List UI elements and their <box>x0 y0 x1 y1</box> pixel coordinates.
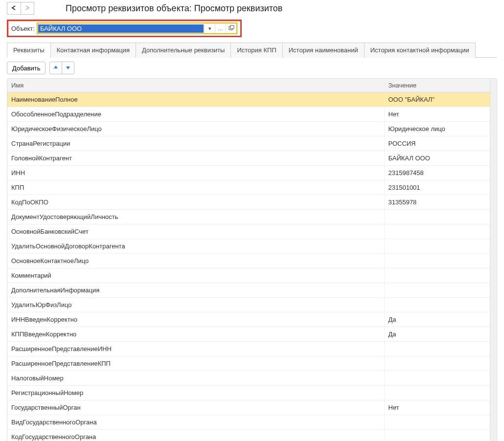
cell-name: КПП <box>7 180 384 195</box>
cell-value: Нет <box>384 400 490 415</box>
page-title: Просмотр реквизитов объекта: Просмотр ре… <box>66 3 282 14</box>
chevron-down-icon: ▾ <box>208 25 211 32</box>
add-button[interactable]: Добавить <box>7 62 46 74</box>
cell-value <box>384 386 490 400</box>
table-row[interactable]: КодПоОКПО31355978 <box>7 195 490 210</box>
cell-name: НалоговыйНомер <box>7 371 384 386</box>
table-row[interactable]: ВидГосударственногоОргана <box>7 415 490 430</box>
cell-value: РОССИЯ <box>384 136 490 151</box>
cell-name: ИНН <box>7 166 384 180</box>
arrow-down-icon <box>65 65 71 72</box>
ellipsis-icon: … <box>218 25 223 31</box>
tab-2[interactable]: Дополнительные реквизиты <box>136 43 231 58</box>
tab-4[interactable]: История наименований <box>282 43 365 58</box>
table-header-row: Имя Значение <box>7 79 490 92</box>
tab-1[interactable]: Контактная информация <box>50 43 136 58</box>
table-row[interactable]: ГосударственныйОрганНет <box>7 400 490 415</box>
top-nav: Просмотр реквизитов объекта: Просмотр ре… <box>0 2 504 18</box>
col-name[interactable]: Имя <box>7 79 384 92</box>
cell-name: ОсновнойБанковскийСчет <box>7 224 384 239</box>
cell-value: Нет <box>384 107 490 122</box>
table-row[interactable]: РегистрационныйНомер <box>7 386 490 400</box>
cell-value <box>384 239 490 254</box>
table-row[interactable]: СтранаРегистрацииРОССИЯ <box>7 136 490 151</box>
table-row[interactable]: РасширенноеПредставлениеКПП <box>7 356 490 371</box>
tab-5[interactable]: История контактной информации <box>364 43 476 58</box>
cell-value: 231501001 <box>384 180 490 195</box>
table-row[interactable]: ИНН2315987458 <box>7 166 490 180</box>
table-row[interactable]: КодГосударственногоОргана <box>7 430 490 441</box>
tab-0[interactable]: Реквизиты <box>7 43 51 58</box>
table-row[interactable]: ОсновноеКонтактноеЛицо <box>7 254 490 268</box>
object-field[interactable]: БАЙКАЛ ООО ▾ … <box>37 22 237 34</box>
table-row[interactable]: УдалитьЮрФизЛицо <box>7 298 490 312</box>
cell-value <box>384 415 490 430</box>
cell-value <box>384 356 490 371</box>
table-row[interactable]: УдалитьОсновнойДоговорКонтрагента <box>7 239 490 254</box>
cell-value: Да <box>384 312 490 327</box>
table-row[interactable]: НаименованиеПолноеООО "БАЙКАЛ" <box>7 92 490 107</box>
cell-value: Юридическое лицо <box>384 122 490 136</box>
cell-name: КППВведенКорректно <box>7 327 384 342</box>
table-row[interactable]: ДокументУдостоверяющийЛичность <box>7 210 490 224</box>
cell-value <box>384 298 490 312</box>
requisites-table: Имя Значение НаименованиеПолноеООО "БАЙК… <box>7 78 497 441</box>
move-up-button[interactable] <box>49 62 62 74</box>
cell-value <box>384 210 490 224</box>
cell-value <box>384 254 490 268</box>
cell-value: БАЙКАЛ ООО <box>384 151 490 166</box>
toolbar: Добавить <box>7 62 497 74</box>
cell-name: ВидГосударственногоОргана <box>7 415 384 430</box>
cell-name: ОсновноеКонтактноеЛицо <box>7 254 384 268</box>
arrow-up-icon <box>53 65 59 72</box>
cell-name: ОбособленноеПодразделение <box>7 107 384 122</box>
col-value[interactable]: Значение <box>384 79 490 92</box>
svg-rect-1 <box>230 25 234 29</box>
cell-value: 2315987458 <box>384 166 490 180</box>
table-row[interactable]: КППВведенКорректноДа <box>7 327 490 342</box>
cell-name: УдалитьОсновнойДоговорКонтрагента <box>7 239 384 254</box>
dropdown-button[interactable]: ▾ <box>204 23 215 33</box>
cell-name: ГоловнойКонтрагент <box>7 151 384 166</box>
table-row[interactable]: ЮридическоеФизическоеЛицоЮридическое лиц… <box>7 122 490 136</box>
nav-back-button[interactable] <box>7 2 21 15</box>
scrollbar[interactable] <box>490 79 497 441</box>
cell-name: НаименованиеПолное <box>7 92 384 107</box>
table-row[interactable]: Комментарий <box>7 268 490 283</box>
table-row[interactable]: РасширенноеПредставлениеИНН <box>7 342 490 356</box>
cell-name: Комментарий <box>7 268 384 283</box>
table-row[interactable]: ОбособленноеПодразделениеНет <box>7 107 490 122</box>
table-row[interactable]: ИННВведенКорректноДа <box>7 312 490 327</box>
cell-value <box>384 342 490 356</box>
nav-forward-button[interactable] <box>21 2 34 15</box>
arrow-left-icon <box>11 5 18 12</box>
move-down-button[interactable] <box>62 62 74 74</box>
arrow-right-icon <box>24 5 31 12</box>
table-row[interactable]: ГоловнойКонтрагентБАЙКАЛ ООО <box>7 151 490 166</box>
cell-name: ИННВведенКорректно <box>7 312 384 327</box>
object-label: Объект: <box>11 25 35 32</box>
cell-name: ДокументУдостоверяющийЛичность <box>7 210 384 224</box>
cell-name: КодПоОКПО <box>7 195 384 210</box>
cell-value: 31355978 <box>384 195 490 210</box>
cell-name: ГосударственныйОрган <box>7 400 384 415</box>
cell-value <box>384 283 490 298</box>
cell-name: СтранаРегистрации <box>7 136 384 151</box>
table-row[interactable]: НалоговыйНомер <box>7 371 490 386</box>
cell-name: РасширенноеПредставлениеИНН <box>7 342 384 356</box>
cell-name: ДополнительнаяИнформация <box>7 283 384 298</box>
cell-name: УдалитьЮрФизЛицо <box>7 298 384 312</box>
cell-value <box>384 268 490 283</box>
cell-value <box>384 224 490 239</box>
table-row[interactable]: ДополнительнаяИнформация <box>7 283 490 298</box>
table-row[interactable]: КПП231501001 <box>7 180 490 195</box>
object-row-highlight: Объект: БАЙКАЛ ООО ▾ … <box>7 20 242 37</box>
cell-value <box>384 371 490 386</box>
cell-name: ЮридическоеФизическоеЛицо <box>7 122 384 136</box>
cell-name: РасширенноеПредставлениеКПП <box>7 356 384 371</box>
table-row[interactable]: ОсновнойБанковскийСчет <box>7 224 490 239</box>
tab-3[interactable]: История КПП <box>230 43 282 58</box>
open-button[interactable] <box>226 23 236 33</box>
open-icon <box>229 25 234 32</box>
select-button[interactable]: … <box>215 23 226 33</box>
